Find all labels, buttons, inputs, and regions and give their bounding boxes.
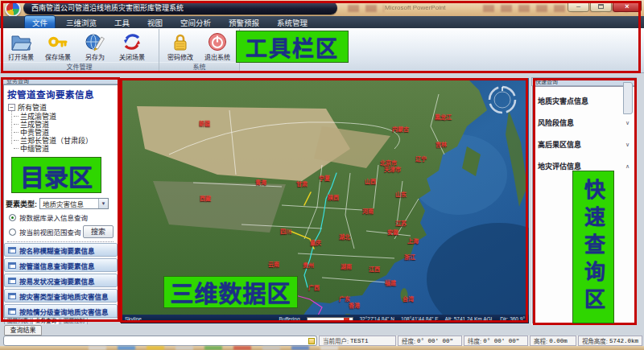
save-as-label: 另存为 [77,52,113,61]
exit-system-button[interactable]: 退出系统 [200,31,235,61]
accordion-risk-grade-query[interactable]: 按险情分级查询地质灾害信息 [4,304,118,318]
tree-branch-tick [14,140,19,141]
status-label: 当前用户: [323,336,349,345]
tab-business-query[interactable]: 业务查询 [32,317,60,324]
province-label: 辽宁 [415,154,427,163]
province-label: 黑龙江 [435,113,452,121]
toolbar-group-file: 打开场景 保存场景 另存为 [0,29,159,72]
menu-view[interactable]: 视图 [140,16,170,29]
tab-layer-control[interactable]: 图层控制 [60,317,88,324]
tab-layer-list[interactable]: 图层列表 [4,317,31,324]
close-button[interactable]: × [613,1,642,12]
chevron-down-icon[interactable]: ▼ [98,199,108,208]
taskbar-item [204,346,222,350]
tree-item-pipeline[interactable]: 中缅管道 [14,143,49,154]
panel-window-icon [8,308,16,315]
menu-file[interactable]: 文件 [24,15,56,30]
province-label: 山西 [365,177,376,185]
save-scene-button[interactable]: 保存场景 [40,31,76,61]
taskbar-item [118,346,135,350]
tree-collapse-icon[interactable]: − [8,104,15,111]
tree-branch-tick [14,132,19,133]
app-logo-icon [5,1,21,17]
open-scene-label: 打开场景 [3,52,39,61]
status-value: 0° 00′ 00″ [417,338,453,344]
quick-query-geohazard-points[interactable]: 地质灾害点信息 ∧ [538,96,630,106]
refresh-arrows-icon [122,31,142,52]
collapsed-panel-side-tab[interactable] [623,82,633,114]
taskbar-item [291,346,309,350]
quick-query-tab-header[interactable]: 快速查询 [531,77,637,86]
left-panel-bottom-tabs: 图层列表 业务查询 图层控制 [4,317,88,324]
province-label: 江西 [369,265,380,273]
taskbar-item [147,346,164,350]
province-label: 吉林 [436,140,447,148]
minimize-button[interactable]: – [568,1,589,12]
province-label: 上海 [407,237,419,245]
menu-system-management[interactable]: 系统管理 [270,16,315,29]
query-results-tab[interactable]: 查询结果 [4,325,42,336]
buffering-label: Buffering [279,316,300,322]
radio-view-range-query-label: 按当前视图范围查询 [19,227,81,237]
accordion-label: 按管道信息查询要素信息 [19,261,95,270]
status-value: TEST1 [350,338,369,344]
close-scene-button[interactable]: 关闭场景 [114,31,150,61]
radio-selected-icon[interactable] [9,214,16,221]
province-label: 香港 [349,301,360,309]
change-password-button[interactable]: 密码修改 [163,31,198,61]
chevron-down-icon[interactable]: ∨ [625,120,630,126]
accordion-disaster-type-query[interactable]: 按灾害类型查询地质灾害信息 [4,289,118,303]
key-icon [47,31,68,52]
blurred-background-text [348,5,384,12]
altitude-readout: Alt: 5741.24 Km AGL [445,316,494,322]
catalog-panel: 业务查询 按管道查询要素信息 − 所有管道 兰成渝管道 兰成管道 中贵管道 兰郑… [2,77,120,321]
status-longitude: 经度: 0° 00′ 00″ [398,336,462,346]
status-latitude: 纬度: 0° 00′ 00″ [464,336,528,346]
radio-database-query[interactable]: 按数据库录入信息查询 [9,212,88,222]
menu-tools[interactable]: 工具 [107,16,137,29]
quick-query-high-consequence-areas[interactable]: 高后果区信息 ∨ [538,139,630,150]
maximize-button[interactable] [590,1,612,12]
status-value: 0° 00′ 00″ [483,338,519,344]
province-label: 四川 [280,227,291,235]
chevron-down-icon[interactable]: ∨ [625,142,630,148]
power-icon [207,31,228,52]
accordion-pipeline-info-query[interactable]: 按管道信息查询要素信息 [4,258,118,272]
results-tool-icon[interactable] [308,338,315,344]
business-query-tab-header[interactable]: 业务查询 [2,77,120,84]
chevron-up-icon[interactable]: ∧ [625,163,630,170]
accordion-label: 按险情分级查询地质灾害信息 [19,307,109,316]
province-label: 内蒙古 [392,125,409,133]
taskbar-item [175,346,193,350]
taskbar-item [89,346,106,350]
compass-icon[interactable] [487,84,518,115]
feature-type-select[interactable]: 地质灾害信息 ▼ [39,198,109,209]
close-scene-label: 关闭场景 [114,52,150,61]
map-annotation-label: 三维数据区 [163,276,298,308]
menu-3d-browse[interactable]: 三维浏览 [59,16,104,29]
province-label: 湖南 [341,262,352,270]
status-bar: 当前用户: TEST1 经度: 0° 00′ 00″ 纬度: 0° 00′ 00… [317,336,642,346]
radio-unselected-icon[interactable] [9,229,16,236]
change-password-label: 密码修改 [163,52,198,61]
status-view-height: 视角高度: 5742.0km [578,336,642,346]
menu-warning-forecast[interactable]: 预警预报 [221,16,266,29]
province-label: 青海 [255,178,266,186]
province-label: 新疆 [199,119,210,127]
accordion-susceptibility-query[interactable]: 按易发状况查询要素信息 [4,274,118,287]
save-as-button[interactable]: 另存为 [77,31,113,61]
tree-item-label: 中缅管道 [20,143,49,154]
quick-query-risk-segments[interactable]: 风险段信息 ∨ [538,117,630,128]
province-label: 广西 [308,283,320,291]
panel-window-icon [8,262,16,269]
feature-type-label: 要素类型: [6,199,37,209]
feature-type-row: 要素类型: 地质灾害信息 ▼ [6,198,109,209]
open-scene-button[interactable]: 打开场景 [3,31,39,61]
lock-icon [170,31,191,52]
menu-spatial-analysis[interactable]: 空间分析 [173,16,218,29]
background-taskbar [0,346,644,350]
accordion-name-fuzzy-query[interactable]: 按名称模糊查询要素信息 [4,243,118,257]
search-button[interactable]: 搜索 [83,225,114,238]
radio-view-range-query[interactable]: 按当前视图范围查询 [9,227,81,237]
quick-query-item-label: 地质灾害点信息 [538,96,588,106]
